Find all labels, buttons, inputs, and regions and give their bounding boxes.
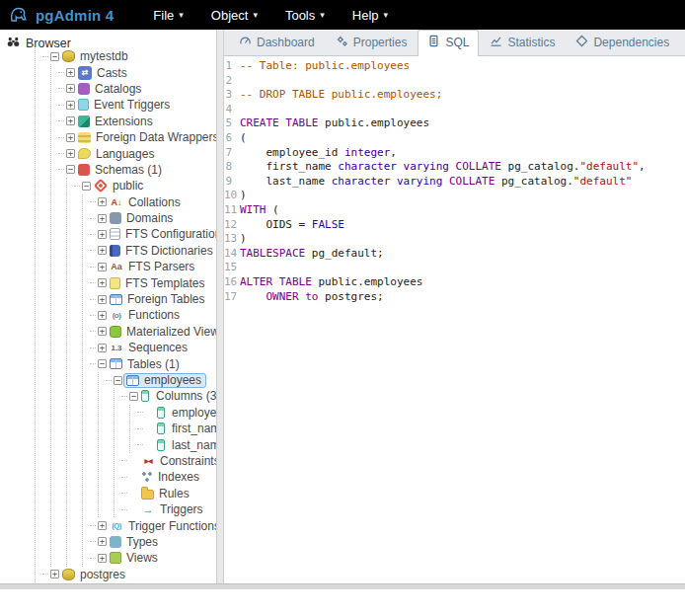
expand-toggle-icon[interactable]: + bbox=[98, 521, 107, 530]
expand-toggle-icon[interactable]: − bbox=[50, 52, 59, 61]
expand-toggle-icon[interactable]: + bbox=[98, 344, 107, 352]
expand-toggle-icon[interactable]: + bbox=[66, 68, 75, 77]
tree-item-fts-templates[interactable]: +FTS Templates bbox=[90, 274, 216, 290]
tree-item-event-triggers[interactable]: +Event Triggers bbox=[58, 97, 216, 113]
tab-statistics[interactable]: Statistics bbox=[480, 30, 565, 55]
menu-help[interactable]: Help▾ bbox=[339, 4, 402, 27]
columns-icon bbox=[141, 390, 149, 402]
code-line: 9 last_name character varying COLLATE pg… bbox=[224, 175, 685, 190]
tree-item-triggers[interactable]: →Triggers bbox=[121, 501, 216, 517]
menu-file[interactable]: File▾ bbox=[139, 4, 196, 27]
tree-item-views[interactable]: +Views bbox=[90, 550, 216, 566]
tree-item-postgres[interactable]: +postgres bbox=[42, 567, 216, 582]
tree-item-casts[interactable]: +⇄Casts bbox=[58, 64, 216, 80]
tree-item-label: postgres bbox=[79, 568, 125, 581]
expand-toggle-icon[interactable]: − bbox=[66, 165, 75, 174]
line-number: 1 bbox=[224, 59, 240, 74]
expand-toggle-icon[interactable]: + bbox=[50, 570, 59, 578]
expand-toggle-icon[interactable]: + bbox=[98, 295, 107, 304]
chevron-down-icon: ▾ bbox=[253, 10, 258, 20]
expand-toggle-icon[interactable]: − bbox=[114, 376, 122, 385]
mat-views-icon bbox=[110, 326, 121, 338]
menu-object[interactable]: Object▾ bbox=[197, 4, 271, 27]
expand-toggle-icon[interactable]: − bbox=[98, 359, 107, 368]
tree-item-columns-3[interactable]: −Columns (3) bbox=[121, 388, 216, 404]
tab-label: Dependencies bbox=[593, 36, 669, 49]
tree-item-public[interactable]: −public bbox=[74, 178, 216, 193]
object-explorer-tree: −mytestdb+⇄Casts+Catalogs+Event Triggers… bbox=[0, 48, 216, 583]
tree-item-fts-dictionaries[interactable]: +FTS Dictionaries bbox=[90, 243, 216, 259]
views-icon bbox=[110, 552, 121, 564]
tree-item-materialized-views[interactable]: +Materialized Views bbox=[90, 324, 216, 340]
tree-item-foreign-data-wrappers[interactable]: +Foreign Data Wrappers bbox=[58, 129, 216, 145]
tree-item-label: Indexes bbox=[157, 470, 199, 484]
expand-toggle-icon[interactable]: + bbox=[66, 84, 75, 93]
expand-toggle-icon[interactable]: + bbox=[98, 554, 107, 563]
tree-item-employee-id[interactable]: employee_id bbox=[137, 405, 216, 421]
code-line: 16ALTER TABLE public.employees bbox=[224, 275, 685, 290]
code-line-text: CREATE TABLE public.employees bbox=[240, 116, 429, 131]
tree-item-sequences[interactable]: +1.3Sequences bbox=[90, 340, 216, 355]
catalogs-icon bbox=[78, 83, 90, 95]
tree-item-functions[interactable]: +(o)Functions bbox=[90, 307, 216, 323]
tree-item-last-name[interactable]: last_name bbox=[137, 436, 216, 452]
table-icon bbox=[126, 375, 139, 386]
tree-item-trigger-functions[interactable]: +(Q)Trigger Functions bbox=[90, 517, 216, 533]
tree-item-constraints[interactable]: ▶◀Constraints bbox=[121, 453, 216, 469]
tab-dependencies[interactable]: Dependencies bbox=[566, 30, 679, 55]
tree-item-fts-configurations[interactable]: +FTS Configurations bbox=[90, 226, 216, 242]
main-panel: DashboardPropertiesSQLStatisticsDependen… bbox=[224, 30, 685, 583]
tab-dashboard[interactable]: Dashboard bbox=[229, 30, 325, 55]
tab-label: Properties bbox=[353, 36, 408, 49]
tree-item-label: Columns (3) bbox=[155, 389, 216, 403]
tree-branch: employee_idfirst_namelast_name bbox=[129, 405, 216, 453]
tree-branch: −employees−Columns (3)employee_idfirst_n… bbox=[98, 372, 216, 518]
line-number: 17 bbox=[224, 290, 240, 305]
tree-item-catalogs[interactable]: +Catalogs bbox=[58, 81, 216, 97]
tree-item-mytestdb[interactable]: −mytestdb bbox=[42, 48, 216, 64]
expand-toggle-icon[interactable]: + bbox=[98, 278, 107, 287]
tree-item-domains[interactable]: +Domains bbox=[90, 210, 216, 226]
expand-toggle-icon[interactable]: + bbox=[98, 263, 107, 271]
expand-toggle-icon[interactable]: + bbox=[98, 327, 107, 336]
tree-item-fts-parsers[interactable]: +AaFTS Parsers bbox=[90, 259, 216, 274]
line-number: 6 bbox=[224, 131, 240, 146]
tree-item-label: Materialized Views bbox=[125, 325, 216, 339]
expand-toggle-icon[interactable]: + bbox=[98, 537, 107, 546]
line-number: 16 bbox=[224, 275, 240, 290]
expand-toggle-icon[interactable]: + bbox=[98, 246, 107, 255]
tree-branch: −Columns (3)employee_idfirst_namelast_na… bbox=[114, 388, 216, 517]
tree-item-foreign-tables[interactable]: +Foreign Tables bbox=[90, 291, 216, 307]
expand-toggle-icon[interactable]: + bbox=[66, 116, 75, 125]
tab-sql[interactable]: SQL bbox=[418, 30, 479, 56]
tree-item-label: FTS Templates bbox=[124, 276, 204, 290]
sql-editor[interactable]: 1-- Table: public.employees23-- DROP TAB… bbox=[224, 56, 685, 583]
expand-toggle-icon[interactable]: + bbox=[98, 214, 107, 223]
expand-toggle-icon[interactable]: + bbox=[66, 149, 75, 158]
expand-toggle-icon[interactable]: + bbox=[98, 230, 107, 239]
panel-splitter[interactable] bbox=[216, 30, 224, 583]
tree-item-collations[interactable]: +A↓Collations bbox=[90, 194, 216, 210]
code-line: 5CREATE TABLE public.employees bbox=[224, 116, 685, 131]
tree-item-first-name[interactable]: first_name bbox=[137, 421, 216, 436]
tab-dependents[interactable]: Dependents bbox=[680, 30, 685, 55]
menu-label: Object bbox=[211, 8, 249, 23]
expand-toggle-icon[interactable]: − bbox=[129, 392, 138, 401]
tree-item-rules[interactable]: Rules bbox=[121, 486, 216, 501]
tree-item-indexes[interactable]: Indexes bbox=[121, 469, 216, 485]
expand-toggle-icon[interactable]: + bbox=[98, 311, 107, 320]
schemas-icon bbox=[78, 164, 90, 176]
expand-toggle-icon[interactable]: + bbox=[66, 101, 75, 110]
tree-item-types[interactable]: +Types bbox=[90, 534, 216, 550]
tree-item-schemas-1[interactable]: −Schemas (1) bbox=[58, 162, 216, 178]
indexes-icon bbox=[141, 471, 153, 483]
tree-item-tables-1[interactable]: −Tables (1) bbox=[90, 355, 216, 371]
menu-tools[interactable]: Tools▾ bbox=[271, 4, 339, 27]
expand-toggle-icon[interactable]: + bbox=[98, 197, 107, 206]
expand-toggle-icon[interactable]: + bbox=[66, 133, 75, 142]
tab-properties[interactable]: Properties bbox=[326, 30, 418, 55]
tree-item-extensions[interactable]: +Extensions bbox=[58, 114, 216, 129]
tree-item-languages[interactable]: +Languages bbox=[58, 145, 216, 161]
tree-item-employees[interactable]: −employees bbox=[106, 372, 216, 388]
expand-toggle-icon[interactable]: − bbox=[82, 182, 91, 191]
